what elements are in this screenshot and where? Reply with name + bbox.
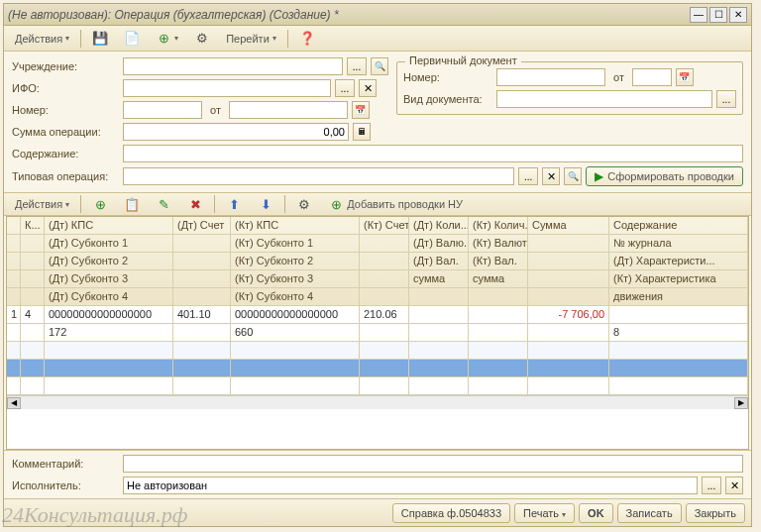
table-row-selected[interactable]	[7, 360, 748, 377]
grid-add-button[interactable]: ⊕	[85, 194, 115, 214]
pd-type-input[interactable]	[496, 90, 712, 108]
play-icon: ▶	[595, 169, 603, 183]
grid-body: 1 4 00000000000000000 401.10 00000000000…	[7, 306, 748, 395]
titlebar: (Не авторизован): Операция (бухгалтерска…	[4, 4, 751, 26]
help-button[interactable]: ❓	[292, 29, 322, 49]
comment-input[interactable]	[123, 455, 743, 473]
grid-actions-menu[interactable]: Действия▾	[8, 194, 76, 214]
typical-clear-button[interactable]: ✕	[542, 167, 560, 185]
pd-number-input[interactable]	[496, 68, 605, 86]
goto-menu[interactable]: Перейти▾	[219, 29, 283, 49]
ifo-lookup-button[interactable]: ...	[335, 79, 355, 97]
scroll-left-button[interactable]: ◀	[7, 397, 21, 409]
form-postings-button[interactable]: ▶ Сформировать проводки	[586, 166, 743, 186]
grid-up-button[interactable]: ⬆	[219, 194, 249, 214]
ifo-clear-button[interactable]: ✕	[359, 79, 377, 97]
org-label: Учреждение:	[12, 60, 119, 72]
grid-delete-button[interactable]: ✖	[180, 194, 210, 214]
org-lookup-button[interactable]: ...	[347, 57, 367, 75]
main-toolbar: Действия▾ 💾 📄 ⊕▾ ⚙ Перейти▾ ❓	[4, 26, 751, 52]
hdr-dt-qty[interactable]: (Дт) Коли...	[409, 217, 469, 234]
sum-label: Сумма операции:	[12, 126, 119, 138]
typical-lookup-button[interactable]: ...	[518, 167, 538, 185]
form-area: Учреждение: ... 🔍 ИФО: ... ✕ Номер: от	[4, 52, 751, 192]
executor-clear-button[interactable]: ✕	[725, 477, 743, 494]
typical-label: Типовая операция:	[12, 170, 119, 182]
maximize-button[interactable]: ☐	[709, 7, 727, 23]
hdr-content[interactable]: Содержание	[609, 217, 748, 234]
hdr-kt-qty[interactable]: (Кт) Колич...	[469, 217, 528, 234]
pd-type-lookup-button[interactable]: ...	[716, 90, 736, 108]
from-label: от	[206, 104, 225, 116]
grid-header: К... (Дт) КПС (Дт) Счет (Кт) КПС (Кт) Сч…	[7, 217, 748, 306]
plus-green-icon: ⊕	[328, 196, 344, 212]
plus-icon: ⊕	[92, 196, 108, 212]
delete-icon: ✖	[187, 196, 203, 212]
grid-copy-button[interactable]: 📋	[117, 194, 147, 214]
arrow-up-icon: ⬆	[226, 196, 242, 212]
ifo-label: ИФО:	[12, 82, 119, 94]
tool-button-2[interactable]: ⊕▾	[149, 29, 185, 49]
window-title: (Не авторизован): Операция (бухгалтерска…	[8, 8, 688, 22]
executor-lookup-button[interactable]: ...	[702, 477, 721, 494]
pd-date-calendar-button[interactable]: 📅	[676, 68, 694, 86]
primary-doc-fieldset: Первичный документ Номер: от 📅 Вид докум…	[396, 61, 743, 115]
table-row[interactable]: 1 4 00000000000000000 401.10 00000000000…	[7, 306, 748, 324]
ok-button[interactable]: OK	[579, 503, 613, 523]
content-input[interactable]	[123, 145, 743, 162]
tool-button-3[interactable]: ⚙	[187, 29, 217, 49]
horizontal-scrollbar[interactable]: ◀ ▶	[7, 395, 748, 409]
grid-down-button[interactable]: ⬇	[251, 194, 280, 214]
table-row[interactable]: 172 660 8	[7, 324, 748, 342]
window: (Не авторизован): Операция (бухгалтерска…	[3, 3, 752, 527]
minimize-button[interactable]: —	[690, 7, 707, 23]
config-icon: ⚙	[194, 31, 210, 47]
ref-button[interactable]: Справка ф.0504833	[392, 503, 510, 523]
arrow-down-icon: ⬇	[258, 196, 273, 212]
sum-calc-button[interactable]: 🖩	[353, 123, 371, 141]
grid-edit-button[interactable]: ✎	[149, 194, 178, 214]
ifo-input[interactable]	[123, 79, 331, 97]
comment-label: Комментарий:	[12, 458, 119, 470]
executor-label: Исполнитель:	[12, 479, 119, 491]
save-button[interactable]: Записать	[617, 503, 682, 523]
hdr-blank	[7, 217, 21, 234]
typical-search-button[interactable]: 🔍	[564, 167, 582, 185]
date-input[interactable]	[229, 101, 348, 119]
org-search-button[interactable]: 🔍	[371, 57, 388, 75]
number-input[interactable]	[123, 101, 202, 119]
save-icon-button[interactable]: 💾	[85, 29, 115, 49]
hdr-kt-acc[interactable]: (Кт) Счет	[360, 217, 409, 234]
primary-doc-legend: Первичный документ	[405, 54, 521, 66]
footer: Справка ф.0504833 Печать ▾ OK Записать З…	[4, 498, 751, 526]
table-row[interactable]	[7, 342, 748, 360]
copy-icon: 📋	[124, 196, 140, 212]
grid-add-nu-button[interactable]: ⊕Добавить проводки НУ	[321, 194, 470, 214]
hdr-sum[interactable]: Сумма	[528, 217, 609, 234]
grid: К... (Дт) КПС (Дт) Счет (Кт) КПС (Кт) Сч…	[6, 216, 749, 450]
table-row[interactable]	[7, 377, 748, 395]
scroll-right-button[interactable]: ▶	[734, 397, 748, 409]
floppy-icon: 💾	[92, 31, 108, 47]
typical-input[interactable]	[123, 167, 514, 185]
gear-icon: ⚙	[296, 196, 312, 212]
close-button-footer[interactable]: Закрыть	[686, 503, 745, 523]
sum-input[interactable]	[123, 123, 349, 141]
pencil-icon: ✎	[156, 196, 171, 212]
org-input[interactable]	[123, 57, 343, 75]
pd-type-label: Вид документа:	[403, 93, 492, 105]
hdr-dt-acc[interactable]: (Дт) Счет	[173, 217, 231, 234]
doc-icon: 📄	[124, 31, 140, 47]
hdr-dt-kps[interactable]: (Дт) КПС	[45, 217, 173, 234]
executor-input[interactable]	[123, 477, 698, 494]
hdr-k[interactable]: К...	[21, 217, 45, 234]
pd-from-label: от	[609, 71, 628, 83]
actions-menu[interactable]: Действия▾	[8, 29, 76, 49]
close-button[interactable]: ✕	[729, 7, 747, 23]
tool-button-1[interactable]: 📄	[117, 29, 147, 49]
grid-tool-button[interactable]: ⚙	[289, 194, 319, 214]
print-button[interactable]: Печать ▾	[514, 503, 575, 523]
hdr-kt-kps[interactable]: (Кт) КПС	[231, 217, 360, 234]
date-calendar-button[interactable]: 📅	[352, 101, 370, 119]
pd-date-input[interactable]	[632, 68, 672, 86]
